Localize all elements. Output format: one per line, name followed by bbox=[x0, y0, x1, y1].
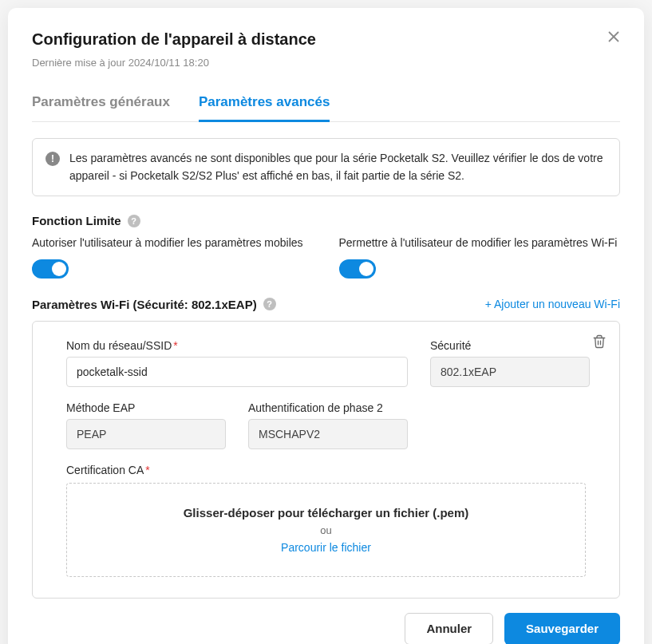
tab-general[interactable]: Paramètres généraux bbox=[32, 86, 170, 122]
wifi-heading: Paramètres Wi-Fi (Sécurité: 802.1xEAP) bbox=[32, 298, 257, 311]
cert-label: Certification CA* bbox=[66, 464, 586, 476]
last-updated: Dernière mise à jour 2024/10/11 18:20 bbox=[32, 57, 620, 69]
cancel-button[interactable]: Annuler bbox=[405, 613, 493, 644]
notice-text: Les paramètres avancés ne sont disponibl… bbox=[69, 150, 607, 184]
security-label: Sécurité bbox=[430, 339, 590, 352]
tabs: Paramètres généraux Paramètres avancés bbox=[32, 86, 620, 122]
browse-file-link[interactable]: Parcourir le fichier bbox=[77, 541, 575, 554]
help-icon[interactable]: ? bbox=[263, 298, 276, 310]
modal-footer: Annuler Sauvegarder bbox=[32, 613, 620, 644]
ssid-label: Nom du réseau/SSID* bbox=[66, 339, 408, 352]
eap-select[interactable]: PEAP bbox=[66, 419, 226, 449]
help-icon[interactable]: ? bbox=[128, 215, 140, 227]
ssid-input[interactable] bbox=[66, 357, 408, 387]
toggle-mobile-settings: Autoriser l'utilisateur à modifier les p… bbox=[32, 235, 314, 279]
eap-label: Méthode EAP bbox=[66, 401, 226, 414]
toggle-wifi-switch[interactable] bbox=[339, 259, 376, 279]
phase2-label: Authentification de phase 2 bbox=[248, 401, 408, 414]
add-wifi-button[interactable]: + Ajouter un nouveau Wi-Fi bbox=[485, 298, 620, 310]
toggle-wifi-label: Permettre à l'utilisateur de modifier le… bbox=[339, 235, 621, 251]
wifi-card: Nom du réseau/SSID* Sécurité 802.1xEAP M… bbox=[32, 321, 620, 599]
dropzone-main-text: Glisser-déposer pour télécharger un fich… bbox=[77, 506, 575, 520]
security-select[interactable]: 802.1xEAP bbox=[430, 357, 590, 387]
trash-icon[interactable] bbox=[592, 334, 608, 350]
wifi-section-header: Paramètres Wi-Fi (Sécurité: 802.1xEAP) ?… bbox=[32, 298, 620, 311]
cert-dropzone[interactable]: Glisser-déposer pour télécharger un fich… bbox=[66, 483, 586, 577]
save-button[interactable]: Sauvegarder bbox=[504, 613, 620, 644]
toggle-mobile-switch[interactable] bbox=[32, 259, 69, 279]
info-icon: ! bbox=[45, 152, 60, 166]
toggles-row: Autoriser l'utilisateur à modifier les p… bbox=[32, 235, 620, 279]
phase2-select[interactable]: MSCHAPV2 bbox=[248, 419, 408, 449]
modal-title: Configuration de l'appareil à distance bbox=[32, 30, 620, 49]
toggle-wifi-settings: Permettre à l'utilisateur de modifier le… bbox=[339, 235, 621, 279]
limit-function-title: Fonction Limite bbox=[32, 214, 121, 227]
tab-advanced[interactable]: Paramètres avancés bbox=[199, 86, 330, 122]
info-notice: ! Les paramètres avancés ne sont disponi… bbox=[32, 138, 620, 196]
limit-function-header: Fonction Limite ? bbox=[32, 214, 620, 227]
remote-config-modal: Configuration de l'appareil à distance D… bbox=[8, 8, 644, 644]
toggle-mobile-label: Autoriser l'utilisateur à modifier les p… bbox=[32, 235, 314, 251]
dropzone-or-text: ou bbox=[77, 524, 575, 536]
close-icon[interactable] bbox=[604, 27, 623, 46]
